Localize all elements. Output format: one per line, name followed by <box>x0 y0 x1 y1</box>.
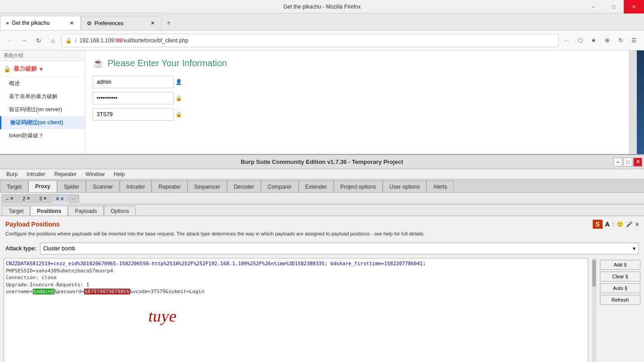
subtab-positions[interactable]: Positions <box>30 206 68 216</box>
sidebar-item-form-brute[interactable]: 基于表单的暴力破解 <box>0 90 85 103</box>
attack-type-dropdown[interactable]: Cluster bomb ▾ <box>40 243 639 254</box>
password-input[interactable] <box>93 92 174 104</box>
tab-preferences-close[interactable]: ✕ <box>149 20 156 27</box>
attacker-tab-2[interactable]: 2 ✕ <box>18 195 34 203</box>
username-input[interactable] <box>93 76 174 88</box>
url-path: /vul/burteforce/bf_client.php <box>122 37 188 44</box>
tab-preferences-label: Preferences <box>94 20 124 27</box>
menu-window[interactable]: Window <box>81 170 109 178</box>
more-button[interactable]: ··· <box>560 34 573 47</box>
tab-comparer[interactable]: Comparer <box>261 181 298 192</box>
tab-proxy[interactable]: Proxy <box>28 181 57 192</box>
request-line-1: CNZZDATA5812519=cnzz_eid%3D1020670965-15… <box>6 260 586 267</box>
tab-scanner[interactable]: Scanner <box>86 181 120 192</box>
tab-extender[interactable]: Extender <box>299 181 334 192</box>
tab-spider[interactable]: Spider <box>57 181 86 192</box>
burp-minimize[interactable]: − <box>613 158 622 167</box>
attacker-4-close[interactable]: ✕ <box>60 196 64 201</box>
attack-type-label: Attack type: <box>5 245 36 252</box>
tab-intruder[interactable]: Intruder <box>120 181 152 192</box>
password-group: 🔒 <box>93 92 622 104</box>
browser-scrollbar[interactable] <box>629 50 637 154</box>
attacker-3-close[interactable]: ✕ <box>43 196 47 201</box>
tab-sequencer[interactable]: Sequencer <box>188 181 227 192</box>
bruteforce-title[interactable]: 🔒 暴力破解 ▾ <box>4 65 81 73</box>
tab-alerts[interactable]: Alerts <box>426 181 454 192</box>
menu-repeater[interactable]: Repeater <box>50 170 81 178</box>
bookmarks-button[interactable]: ⊕ <box>601 34 613 47</box>
refresh-button[interactable]: Refresh <box>600 295 640 305</box>
web-form-title-text: Please Enter Your Information <box>107 58 227 68</box>
editor-scrollbar[interactable] <box>592 258 596 362</box>
tab-target[interactable]: Target <box>0 181 28 192</box>
sa-a-btn[interactable]: A <box>605 221 610 228</box>
vcode-input[interactable] <box>93 108 174 121</box>
breadcrumb-text: 系统介绍 <box>4 52 23 59</box>
section-title-text: 暴力破解 <box>13 65 37 73</box>
hamburger-menu[interactable]: ☰ <box>628 34 640 47</box>
tab-repeater[interactable]: Repeater <box>152 181 187 192</box>
ff-button-5[interactable]: ↻ <box>614 34 627 47</box>
close-button[interactable]: ✕ <box>624 0 644 14</box>
burp-menu: Burp Intruder Repeater Window Help <box>0 169 644 179</box>
sa-emoji3: ≡ <box>635 221 639 227</box>
new-tab-button[interactable]: + <box>162 16 175 30</box>
home-button[interactable]: ⌂ <box>47 34 59 47</box>
attacker-tab-more[interactable]: ··· <box>69 195 79 203</box>
right-panel <box>637 50 644 154</box>
payload-positions-area: Payload Positions S A : 🙂 🎤 ≡ Configure … <box>0 216 644 362</box>
attacker-2-close[interactable]: ✕ <box>27 196 30 201</box>
burp-title-text: Burp Suite Community Edition v1.7.36 - T… <box>241 158 403 165</box>
burp-close[interactable]: ✕ <box>633 158 642 167</box>
web-form-title: ☕ Please Enter Your Information <box>93 58 622 68</box>
address-bar[interactable]: 🔒 ℹ 192.168.1.109:88/vul/burteforce/bf_c… <box>61 34 559 47</box>
sidebar-item-captcha-client[interactable]: 验证码绕过(on client) <box>0 116 85 129</box>
browser-tabs: ● Get the pikachu ✕ ⚙ Preferences ✕ + <box>0 14 644 31</box>
maximize-button[interactable]: □ <box>604 0 624 14</box>
tab-project-options[interactable]: Project options <box>334 181 383 192</box>
attacker-tab-3[interactable]: 3 ✕ <box>35 195 51 203</box>
minimize-button[interactable]: − <box>583 0 604 14</box>
sidebar-item-token[interactable]: token防爆破？ <box>0 129 85 142</box>
forward-button[interactable]: → <box>18 34 31 47</box>
sidebar-item-captcha-server-label: 验证码绕过(on server) <box>9 106 62 113</box>
add-payload-button[interactable]: Add § <box>600 260 640 270</box>
auto-payload-button[interactable]: Auto § <box>600 283 640 293</box>
sidebar-item-captcha-server[interactable]: 验证码绕过(on server) <box>0 103 85 116</box>
pocket-button[interactable]: ⬡ <box>574 34 586 47</box>
url-host: 192.168.1.109 <box>80 37 114 44</box>
sidebar-item-captcha-client-label: 验证码绕过(on client) <box>10 119 63 126</box>
subtab-options[interactable]: Options <box>104 206 136 216</box>
firefox-titlebar: Get the pikachu - Mozilla Firefox − □ ✕ <box>0 0 644 14</box>
subtab-payloads[interactable]: Payloads <box>68 206 103 216</box>
back-button[interactable]: ← <box>4 34 16 47</box>
attacker-tab-minus[interactable]: – ✕ <box>2 195 18 203</box>
sa-toolbar: S A : 🙂 🎤 ≡ <box>593 220 639 229</box>
burp-titlebar: Burp Suite Community Edition v1.7.36 - T… <box>0 155 644 169</box>
tab-pikachu-label: Get the pikachu <box>12 20 49 26</box>
svg-text:tuye: tuye <box>147 308 178 326</box>
menu-help[interactable]: Help <box>109 170 130 178</box>
sidebar-item-overview[interactable]: 概述 <box>0 77 85 90</box>
subtab-target[interactable]: Target <box>2 206 30 216</box>
attacker-minus-close[interactable]: ✕ <box>10 196 13 201</box>
tab-decoder[interactable]: Decoder <box>227 181 261 192</box>
burp-maximize[interactable]: □ <box>623 158 632 167</box>
clear-payload-button[interactable]: Clear § <box>600 272 640 281</box>
pp-action-buttons: Add § Clear § Auto § Refresh <box>600 258 640 362</box>
menu-burp[interactable]: Burp <box>2 170 22 178</box>
tab-preferences[interactable]: ⚙ Preferences ✕ <box>81 16 162 30</box>
tab-pikachu[interactable]: ● Get the pikachu ✕ <box>0 16 81 30</box>
request-editor[interactable]: CNZZDATA5812519=cnzz_eid%3D1020670965-15… <box>4 258 588 362</box>
reload-button[interactable]: ↻ <box>32 34 45 47</box>
menu-intruder[interactable]: Intruder <box>22 170 49 178</box>
tab-user-options[interactable]: User options <box>383 181 426 192</box>
payload-marker-1: §admin§ <box>33 289 54 294</box>
burp-window: Burp Suite Community Edition v1.7.36 - T… <box>0 155 644 362</box>
vcode-icon: 🔒 <box>175 111 182 118</box>
reader-mode-button[interactable]: ★ <box>587 34 600 47</box>
pp-description: Configure the positions where payloads w… <box>0 231 644 241</box>
attacker-tab-4[interactable]: 4 ✕ <box>52 195 67 202</box>
breadcrumb: 系统介绍 <box>0 50 85 61</box>
tab-pikachu-close[interactable]: ✕ <box>68 19 75 27</box>
